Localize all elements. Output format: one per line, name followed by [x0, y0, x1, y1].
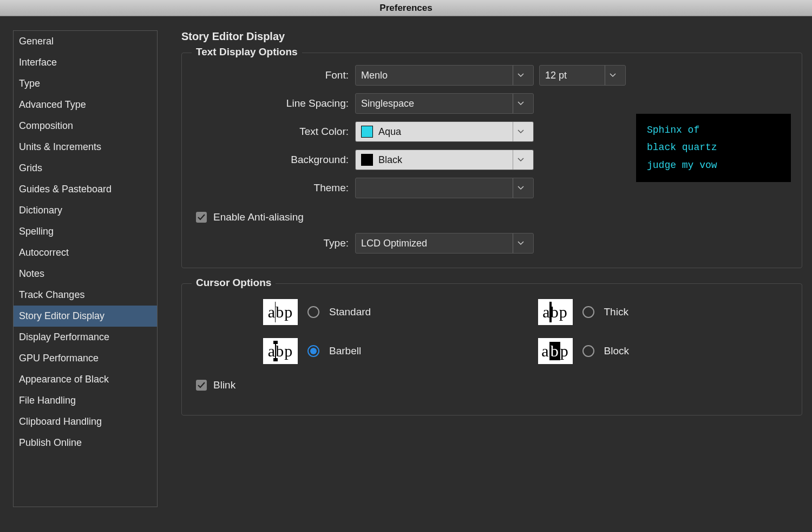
theme-label: Theme: — [193, 182, 355, 194]
font-family-dropdown[interactable]: Menlo — [355, 65, 534, 86]
text-preview: Sphinx of black quartz judge my vow — [636, 114, 791, 182]
cursor-options-legend: Cursor Options — [192, 277, 276, 289]
cursor-options-group: Cursor Options abp Standard abp Thick ab… — [181, 283, 802, 416]
preview-line: judge my vow — [647, 157, 780, 174]
sidebar-item-spelling[interactable]: Spelling — [14, 221, 157, 242]
cursor-option-block[interactable]: abp Block — [538, 338, 791, 364]
line-spacing-dropdown[interactable]: Singlespace — [355, 93, 534, 114]
sidebar-item-guides-pasteboard[interactable]: Guides & Pasteboard — [14, 179, 157, 200]
radio-icon — [307, 306, 319, 318]
chevron-down-icon — [513, 178, 528, 198]
text-display-options-legend: Text Display Options — [192, 46, 302, 58]
text-display-options-group: Text Display Options Font: Menlo 12 pt — [181, 53, 802, 268]
sidebar-item-units-increments[interactable]: Units & Increments — [14, 137, 157, 158]
sidebar-item-autocorrect[interactable]: Autocorrect — [14, 242, 157, 263]
background-value: Black — [378, 154, 402, 166]
text-color-swatch — [361, 126, 373, 138]
sidebar-item-story-editor-display[interactable]: Story Editor Display — [14, 306, 157, 327]
text-color-dropdown[interactable]: Aqua — [355, 121, 534, 142]
window-titlebar: Preferences — [0, 0, 812, 16]
sidebar-item-advanced-type[interactable]: Advanced Type — [14, 94, 157, 115]
sidebar-item-general[interactable]: General — [14, 31, 157, 52]
chevron-down-icon — [605, 66, 620, 85]
sidebar-item-gpu-performance[interactable]: GPU Performance — [14, 348, 157, 369]
blink-checkbox[interactable]: Blink — [196, 379, 791, 391]
chevron-down-icon — [513, 122, 528, 141]
background-color-dropdown[interactable]: Black — [355, 150, 534, 170]
chevron-down-icon — [513, 66, 528, 85]
font-label: Font: — [193, 69, 355, 81]
cursor-thumb-barbell-icon: abp — [263, 338, 298, 364]
cursor-thumb-standard-icon: abp — [263, 299, 298, 325]
blink-label: Blink — [213, 379, 235, 391]
content: General Interface Type Advanced Type Com… — [0, 16, 812, 532]
text-color-value: Aqua — [378, 126, 401, 138]
background-label: Background: — [193, 154, 355, 166]
sidebar-item-grids[interactable]: Grids — [14, 158, 157, 179]
cursor-label: Barbell — [329, 345, 361, 357]
font-size-dropdown[interactable]: 12 pt — [539, 65, 626, 86]
cursor-label: Standard — [329, 306, 371, 318]
aa-type-value: LCD Optimized — [361, 238, 427, 249]
enable-anti-aliasing-label: Enable Anti-aliasing — [213, 211, 304, 223]
font-family-value: Menlo — [361, 70, 388, 81]
radio-icon — [582, 306, 594, 318]
background-swatch — [361, 154, 373, 166]
radio-icon — [582, 345, 594, 357]
cursor-label: Thick — [604, 306, 628, 318]
sidebar-item-track-changes[interactable]: Track Changes — [14, 284, 157, 306]
checkbox-icon — [196, 212, 207, 223]
window-title: Preferences — [379, 3, 432, 13]
sidebar-item-type[interactable]: Type — [14, 73, 157, 94]
theme-dropdown[interactable] — [355, 178, 534, 198]
cursor-thumb-thick-icon: abp — [538, 299, 573, 325]
checkbox-icon — [196, 380, 207, 391]
preview-line: Sphinx of — [647, 121, 780, 139]
preview-line: black quartz — [647, 139, 780, 156]
chevron-down-icon — [513, 150, 528, 170]
radio-icon — [307, 345, 319, 357]
aa-type-dropdown[interactable]: LCD Optimized — [355, 233, 534, 254]
sidebar-item-appearance-of-black[interactable]: Appearance of Black — [14, 369, 157, 390]
sidebar-item-dictionary[interactable]: Dictionary — [14, 200, 157, 221]
font-size-value: 12 pt — [545, 70, 567, 81]
line-spacing-label: Line Spacing: — [193, 98, 355, 109]
sidebar-item-composition[interactable]: Composition — [14, 115, 157, 137]
chevron-down-icon — [513, 94, 528, 113]
main-panel: Story Editor Display Text Display Option… — [171, 16, 812, 532]
chevron-down-icon — [513, 233, 528, 253]
enable-anti-aliasing-checkbox[interactable]: Enable Anti-aliasing — [196, 211, 791, 223]
sidebar-item-interface[interactable]: Interface — [14, 52, 157, 73]
sidebar-item-clipboard-handling[interactable]: Clipboard Handling — [14, 411, 157, 432]
text-color-label: Text Color: — [193, 126, 355, 138]
sidebar-item-display-performance[interactable]: Display Performance — [14, 327, 157, 348]
sidebar-item-file-handling[interactable]: File Handling — [14, 390, 157, 411]
cursor-option-barbell[interactable]: abp Barbell — [263, 338, 516, 364]
cursor-thumb-block-icon: abp — [538, 338, 573, 364]
line-spacing-value: Singlespace — [361, 98, 414, 109]
sidebar-item-publish-online[interactable]: Publish Online — [14, 432, 157, 453]
sidebar: General Interface Type Advanced Type Com… — [0, 16, 171, 532]
cursor-option-standard[interactable]: abp Standard — [263, 299, 516, 325]
sidebar-list: General Interface Type Advanced Type Com… — [13, 30, 158, 507]
cursor-option-thick[interactable]: abp Thick — [538, 299, 791, 325]
cursor-label: Block — [604, 345, 629, 357]
aa-type-label: Type: — [193, 237, 355, 249]
page-title: Story Editor Display — [181, 30, 802, 43]
sidebar-item-notes[interactable]: Notes — [14, 263, 157, 284]
